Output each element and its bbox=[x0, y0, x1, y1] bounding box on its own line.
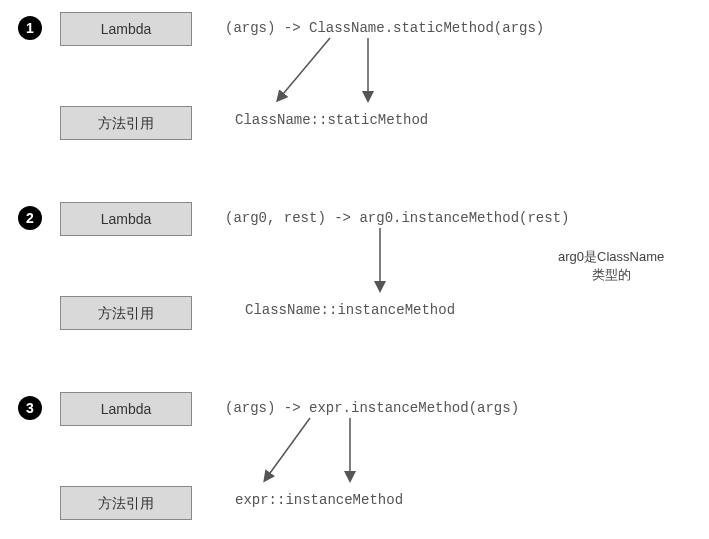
method-ref-box: 方法引用 bbox=[60, 106, 192, 140]
lambda-box: Lambda bbox=[60, 392, 192, 426]
method-ref-code: ClassName::instanceMethod bbox=[245, 302, 455, 318]
section-3: 3 Lambda 方法引用 (args) -> expr.instanceMet… bbox=[10, 390, 699, 530]
lambda-code: (args) -> ClassName.staticMethod(args) bbox=[225, 20, 544, 36]
section-2: 2 Lambda 方法引用 (arg0, rest) -> arg0.insta… bbox=[10, 200, 699, 340]
note-line1: arg0是ClassName bbox=[558, 248, 664, 266]
lambda-box: Lambda bbox=[60, 202, 192, 236]
lambda-code: (arg0, rest) -> arg0.instanceMethod(rest… bbox=[225, 210, 569, 226]
method-ref-code: ClassName::staticMethod bbox=[235, 112, 428, 128]
step-number: 1 bbox=[18, 16, 42, 40]
svg-line-0 bbox=[278, 38, 330, 100]
step-number: 2 bbox=[18, 206, 42, 230]
step-number: 3 bbox=[18, 396, 42, 420]
svg-line-3 bbox=[265, 418, 310, 480]
method-ref-box: 方法引用 bbox=[60, 486, 192, 520]
method-ref-box: 方法引用 bbox=[60, 296, 192, 330]
section-1: 1 Lambda 方法引用 (args) -> ClassName.static… bbox=[10, 10, 699, 150]
method-ref-code: expr::instanceMethod bbox=[235, 492, 403, 508]
note-line2: 类型的 bbox=[558, 266, 664, 284]
lambda-box: Lambda bbox=[60, 12, 192, 46]
lambda-code: (args) -> expr.instanceMethod(args) bbox=[225, 400, 519, 416]
type-note: arg0是ClassName 类型的 bbox=[558, 248, 664, 284]
